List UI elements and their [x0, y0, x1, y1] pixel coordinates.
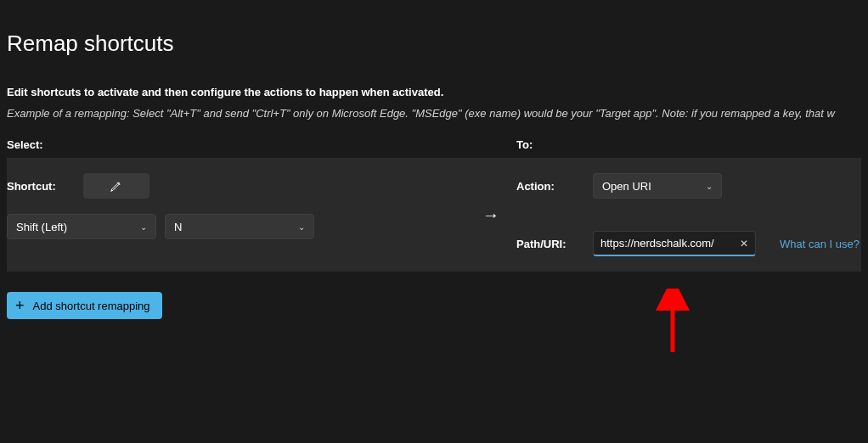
to-header: To:	[516, 138, 861, 151]
pencil-icon	[110, 179, 123, 193]
action-label: Action:	[516, 180, 578, 193]
what-can-i-use-link[interactable]: What can I use?	[780, 238, 860, 250]
key2-dropdown[interactable]: N ⌄	[165, 214, 314, 239]
page-title: Remap shortcuts	[7, 31, 861, 57]
add-shortcut-remapping-button[interactable]: + Add shortcut remapping	[7, 292, 162, 319]
path-uri-input[interactable]	[600, 237, 733, 250]
page-description: Edit shortcuts to activate and then conf…	[7, 86, 861, 98]
arrow-icon: →	[465, 168, 516, 261]
path-uri-label: Path/URI:	[516, 238, 578, 250]
key1-dropdown[interactable]: Shift (Left) ⌄	[7, 214, 156, 239]
add-button-label: Add shortcut remapping	[33, 300, 150, 312]
remapping-row: Select: To: Shortcut: Shift (Left) ⌄	[7, 138, 861, 272]
key2-value: N	[174, 221, 182, 233]
chevron-down-icon: ⌄	[140, 222, 147, 232]
edit-shortcut-button[interactable]	[83, 173, 149, 199]
key1-value: Shift (Left)	[16, 221, 67, 233]
example-text: Example of a remapping: Select "Alt+T" a…	[7, 107, 861, 120]
select-header: Select:	[7, 138, 516, 151]
clear-input-icon[interactable]: ✕	[736, 236, 752, 251]
shortcut-label: Shortcut:	[7, 180, 68, 193]
plus-icon: +	[15, 297, 25, 315]
action-dropdown[interactable]: Open URI ⌄	[593, 173, 722, 199]
chevron-down-icon: ⌄	[706, 182, 713, 191]
action-value: Open URI	[602, 180, 651, 193]
path-uri-input-container: ✕	[593, 231, 756, 256]
chevron-down-icon: ⌄	[298, 222, 305, 232]
